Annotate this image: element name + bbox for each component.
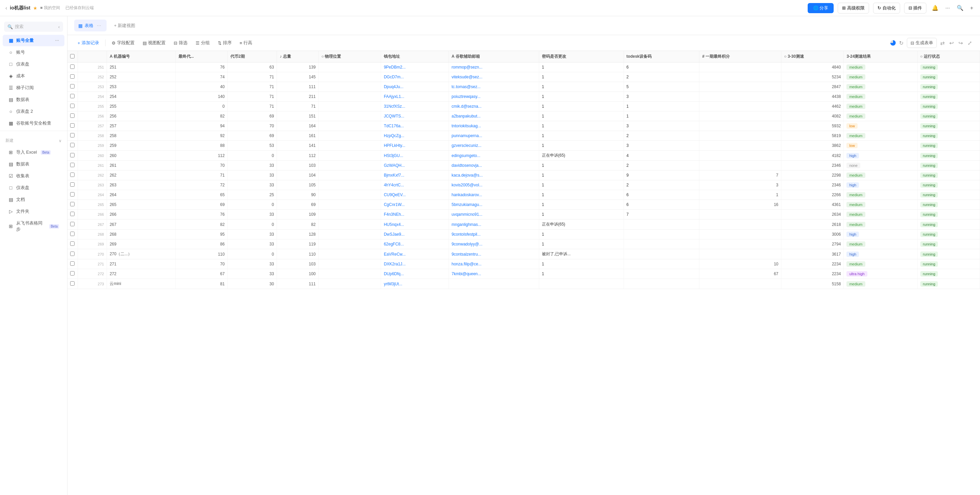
cell-machine-id-266[interactable]: 266: [107, 210, 176, 219]
cell-machine-id-270[interactable]: 270（二...）: [107, 249, 176, 259]
sidebar-new-item-dashboard3[interactable]: □仪表盘: [3, 182, 64, 193]
search-icon[interactable]: 🔍: [955, 3, 965, 13]
cell-google-email-254[interactable]: poiuztrewqasy...: [449, 92, 539, 102]
row-checkbox-264[interactable]: [67, 190, 78, 200]
sidebar-new-item-import-excel[interactable]: ⊞导入 ExcelBeta: [3, 147, 64, 158]
cell-google-email-270[interactable]: 9contsalzentru...: [449, 249, 539, 259]
row-checkbox-257[interactable]: [67, 121, 78, 131]
tab-more-button[interactable]: ⋯: [95, 22, 102, 29]
cell-machine-id-253[interactable]: 253: [107, 82, 176, 92]
cell-wallet-258[interactable]: HzpQcZg...: [381, 131, 449, 141]
cell-machine-id-260[interactable]: 260: [107, 150, 176, 161]
th-pwd-changed[interactable]: 密码是否更改: [539, 51, 624, 62]
cell-machine-id-261[interactable]: 261: [107, 161, 176, 171]
th-wallet[interactable]: 钱包地址: [381, 51, 449, 62]
cell-machine-id-259[interactable]: 259: [107, 141, 176, 150]
bell-icon[interactable]: 🔔: [931, 3, 940, 13]
cell-wallet-256[interactable]: JCQWTS...: [381, 112, 449, 121]
sidebar-item-datatable[interactable]: ▤数据表: [3, 94, 64, 105]
row-checkbox-260[interactable]: [67, 150, 78, 161]
share-button[interactable]: 🌐 分享: [808, 3, 834, 13]
cell-wallet-260[interactable]: HSt3jGU...: [381, 150, 449, 161]
row-checkbox-253[interactable]: [67, 82, 78, 92]
redo-icon[interactable]: ↪: [957, 38, 964, 48]
cell-google-email-262[interactable]: kaca.dejova@s...: [449, 171, 539, 180]
cell-machine-id-265[interactable]: 265: [107, 200, 176, 210]
cell-machine-id-262[interactable]: 262: [107, 171, 176, 180]
tab-table[interactable]: ▦ 表格 ⋯: [74, 19, 107, 31]
cell-google-email-268[interactable]: 9contolsfestpil...: [449, 230, 539, 240]
group-button[interactable]: ☰ 分组: [192, 38, 213, 48]
field-config-button[interactable]: ⚙ 字段配置: [108, 38, 138, 48]
sidebar-item-google-check[interactable]: ▦谷歌账号安全检查: [3, 118, 64, 129]
cell-machine-id-271[interactable]: 271: [107, 259, 176, 269]
cell-google-email-264[interactable]: hankadoskarov...: [449, 190, 539, 200]
cell-wallet-271[interactable]: DXK2ra1J...: [381, 259, 449, 269]
sidebar-new-item-collect[interactable]: ☑收集表: [3, 170, 64, 182]
row-checkbox-254[interactable]: [67, 92, 78, 102]
th-todesk[interactable]: todesk设备码: [624, 51, 699, 62]
row-checkbox-262[interactable]: [67, 171, 78, 180]
cell-wallet-272[interactable]: DUp6Dfq...: [381, 269, 449, 279]
sidebar-section-toggle[interactable]: ∨: [59, 139, 62, 143]
cell-machine-id-267[interactable]: 267: [107, 219, 176, 230]
cell-google-email-263[interactable]: kovis2005@vol...: [449, 180, 539, 190]
cell-wallet-268[interactable]: DwSJae9...: [381, 230, 449, 240]
th-latest-val[interactable]: 最终代...: [175, 51, 227, 62]
sidebar-item-dashboard[interactable]: □仪表盘: [3, 58, 64, 70]
row-checkbox-252[interactable]: [67, 72, 78, 82]
cell-machine-id-258[interactable]: 258: [107, 131, 176, 141]
cell-machine-id-263[interactable]: 263: [107, 180, 176, 190]
cell-wallet-269[interactable]: 62egFC8...: [381, 240, 449, 249]
cell-machine-id-254[interactable]: 254: [107, 92, 176, 102]
cell-machine-id-256[interactable]: 256: [107, 112, 176, 121]
cell-wallet-255[interactable]: 31NcfXSz...: [381, 102, 449, 112]
add-icon[interactable]: +: [969, 4, 975, 13]
automation-button[interactable]: ↻ 自动化: [873, 3, 900, 13]
more-icon[interactable]: ···: [944, 4, 951, 13]
sidebar-item-accounts[interactable]: ▦账号全量···: [3, 35, 64, 46]
expand-icon[interactable]: ⤢: [966, 38, 973, 48]
sidebar-new-item-folder[interactable]: ▷文件夹: [3, 206, 64, 217]
view-config-button[interactable]: ▤ 视图配置: [139, 38, 169, 48]
row-checkbox-272[interactable]: [67, 269, 78, 279]
advanced-permissions-button[interactable]: ⊞ 高级权限: [838, 3, 869, 13]
cell-machine-id-273[interactable]: 云mini: [107, 279, 176, 289]
cell-wallet-261[interactable]: GzWAQH...: [381, 161, 449, 171]
cell-google-email-267[interactable]: mnganlighmas...: [449, 219, 539, 230]
cell-wallet-253[interactable]: Dpuq4Ju...: [381, 82, 449, 92]
cell-machine-id-272[interactable]: 272: [107, 269, 176, 279]
generate-form-button[interactable]: ⊟ 生成表单: [907, 38, 937, 48]
plugin-button[interactable]: ⊟ 插件: [904, 3, 927, 13]
cell-wallet-264[interactable]: CU9QeEV...: [381, 190, 449, 200]
cell-google-email-261[interactable]: davidtosenovja...: [449, 161, 539, 171]
th-google-email[interactable]: A 谷歌辅助邮箱: [449, 51, 539, 62]
th-last-score[interactable]: # 一期最终积分: [699, 51, 781, 62]
cell-google-email-251[interactable]: rommop@sezn...: [449, 62, 539, 72]
sidebar-new-item-datatable2[interactable]: ▤数据表: [3, 158, 64, 170]
sidebar-new-item-feishu-sync[interactable]: ⊞从飞书表格同步Beta: [3, 217, 64, 235]
row-checkbox-268[interactable]: [67, 230, 78, 240]
cell-google-email-259[interactable]: gzversclecuniz...: [449, 141, 539, 150]
th-total[interactable]: ♪ 总量: [277, 51, 318, 62]
row-checkbox-266[interactable]: [67, 210, 78, 219]
th-run-status[interactable]: ○ 运行状态: [917, 51, 980, 62]
cell-machine-id-255[interactable]: 255: [107, 102, 176, 112]
cell-google-email-258[interactable]: punnamuperna...: [449, 131, 539, 141]
row-checkbox-271[interactable]: [67, 259, 78, 269]
row-checkbox-258[interactable]: [67, 131, 78, 141]
cell-google-email-266[interactable]: uvqammicno91...: [449, 210, 539, 219]
row-checkbox-265[interactable]: [67, 200, 78, 210]
sidebar-item-cost[interactable]: ◈成本: [3, 70, 64, 82]
cell-google-email-257[interactable]: tntoriokitsukag...: [449, 121, 539, 131]
row-height-button[interactable]: ≡ 行高: [236, 38, 256, 48]
row-checkbox-259[interactable]: [67, 141, 78, 150]
add-record-button[interactable]: + 添加记录: [74, 38, 102, 48]
sync-icon[interactable]: ⇄: [939, 38, 946, 48]
cell-wallet-270[interactable]: EaVReCw...: [381, 249, 449, 259]
cell-google-email-252[interactable]: viteksude@sez...: [449, 72, 539, 82]
cell-google-email-273[interactable]: [449, 279, 539, 289]
th-test-result[interactable]: 3-24测速结果: [844, 51, 917, 62]
cell-machine-id-269[interactable]: 269: [107, 240, 176, 249]
star-icon[interactable]: ★: [33, 5, 37, 11]
